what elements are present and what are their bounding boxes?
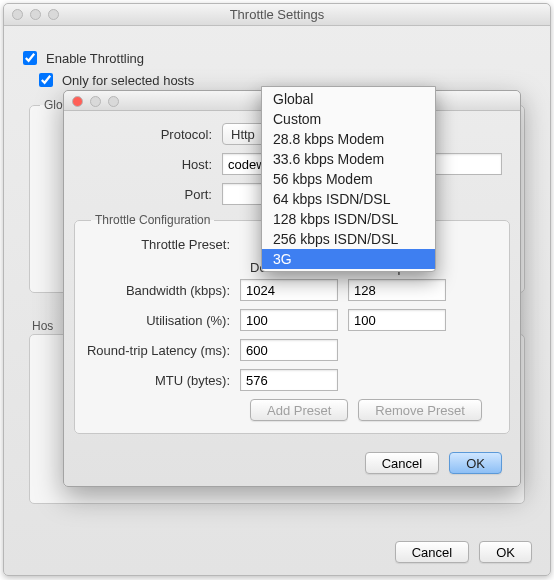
latency-label: Round-trip Latency (ms):	[85, 343, 240, 358]
preset-menu-item[interactable]: 33.6 kbps Modem	[262, 149, 435, 169]
cancel-button[interactable]: Cancel	[395, 541, 469, 563]
bandwidth-label: Bandwidth (kbps):	[85, 283, 240, 298]
zoom-icon[interactable]	[48, 9, 59, 20]
throttle-config-legend: Throttle Configuration	[91, 213, 214, 227]
close-icon[interactable]	[72, 96, 83, 107]
enable-throttling-checkbox[interactable]	[23, 51, 37, 65]
enable-throttling-row[interactable]: Enable Throttling	[19, 48, 535, 68]
preset-label: Throttle Preset:	[85, 237, 240, 252]
preset-menu-item[interactable]: 3G	[262, 249, 435, 269]
preset-menu-item[interactable]: 56 kbps Modem	[262, 169, 435, 189]
ok-button[interactable]: OK	[479, 541, 532, 563]
preset-menu-item[interactable]: Custom	[262, 109, 435, 129]
traffic-lights	[12, 9, 59, 20]
only-selected-label: Only for selected hosts	[62, 73, 194, 88]
ok-button[interactable]: OK	[449, 452, 502, 474]
preset-menu-item[interactable]: 28.8 kbps Modem	[262, 129, 435, 149]
minimize-icon[interactable]	[90, 96, 101, 107]
bandwidth-upload-input[interactable]	[348, 279, 446, 301]
minimize-icon[interactable]	[30, 9, 41, 20]
window-title: Throttle Settings	[230, 7, 325, 22]
enable-throttling-label: Enable Throttling	[46, 51, 144, 66]
protocol-label: Protocol:	[82, 127, 222, 142]
close-icon[interactable]	[12, 9, 23, 20]
protocol-value: Http	[223, 127, 265, 142]
utilisation-download-input[interactable]	[240, 309, 338, 331]
preset-menu-item[interactable]: 64 kbps ISDN/DSL	[262, 189, 435, 209]
utilisation-upload-input[interactable]	[348, 309, 446, 331]
only-selected-checkbox[interactable]	[39, 73, 53, 87]
bandwidth-download-input[interactable]	[240, 279, 338, 301]
host-label: Host:	[82, 157, 222, 172]
port-label: Port:	[82, 187, 222, 202]
hosts-legend: Hos	[32, 319, 53, 333]
preset-menu-item[interactable]: Global	[262, 89, 435, 109]
window-titlebar[interactable]: Throttle Settings	[4, 4, 550, 26]
mtu-label: MTU (bytes):	[85, 373, 240, 388]
cancel-button[interactable]: Cancel	[365, 452, 439, 474]
add-preset-button[interactable]: Add Preset	[250, 399, 348, 421]
remove-preset-button[interactable]: Remove Preset	[358, 399, 482, 421]
mtu-input[interactable]	[240, 369, 338, 391]
zoom-icon[interactable]	[108, 96, 119, 107]
preset-menu-item[interactable]: 256 kbps ISDN/DSL	[262, 229, 435, 249]
utilisation-label: Utilisation (%):	[85, 313, 240, 328]
latency-input[interactable]	[240, 339, 338, 361]
preset-menu-item[interactable]: 128 kbps ISDN/DSL	[262, 209, 435, 229]
throttle-preset-menu[interactable]: GlobalCustom28.8 kbps Modem33.6 kbps Mod…	[261, 86, 436, 272]
